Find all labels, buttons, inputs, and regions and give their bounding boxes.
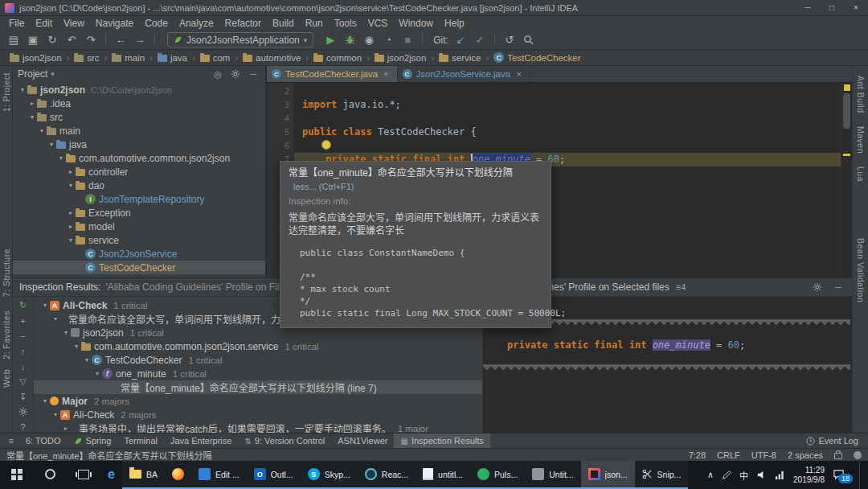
- tool-stripe-1-project[interactable]: 1: Project: [2, 72, 11, 112]
- inspection-row-7[interactable]: ▾Major2 majors: [34, 394, 482, 408]
- menu-item-view[interactable]: View: [58, 18, 90, 29]
- editor-tab-json2jsonservice-java[interactable]: CJson2JsonService.java×: [398, 66, 530, 82]
- scrollbar-thumb[interactable]: [843, 93, 850, 129]
- editor-tab-testcodechecker-java[interactable]: CTestCodeChecker.java×: [267, 66, 398, 82]
- tool-stripe-7-structure[interactable]: 7: Structure: [2, 249, 11, 297]
- tool-stripe-lua[interactable]: Lua: [856, 166, 866, 182]
- sync-icon[interactable]: ↻: [43, 32, 61, 48]
- taskbar-react[interactable]: Reac...: [358, 461, 416, 489]
- tooltip-less-link[interactable]: less... (Ctrl+F1): [293, 182, 354, 191]
- hidden-icons-chevron[interactable]: ∧: [707, 470, 714, 480]
- back-icon[interactable]: ←: [112, 32, 129, 48]
- taskbar-firefox[interactable]: [165, 461, 191, 489]
- next-problem-icon[interactable]: ↓: [16, 361, 31, 372]
- code-line-2[interactable]: [294, 84, 852, 98]
- code-line-3[interactable]: import java.io.*;: [294, 98, 852, 112]
- menu-item-file[interactable]: File: [3, 18, 30, 29]
- stop-icon[interactable]: ■: [399, 32, 416, 48]
- tool-window-button-9-version-control[interactable]: ⇅9: Version Control: [238, 434, 331, 448]
- tool-stripe-ant-build[interactable]: Ant Build: [856, 76, 866, 113]
- status-message[interactable]: 常量【one_minute】命名应全部大写并以下划线分隔: [6, 449, 689, 462]
- code-line-5[interactable]: public class TestCodeChecker {: [294, 125, 852, 139]
- tool-stripe-2-favorites[interactable]: 2: Favorites: [2, 310, 11, 360]
- network-icon[interactable]: [775, 470, 785, 480]
- help-icon[interactable]: ?: [16, 421, 31, 433]
- history-icon[interactable]: ↺: [501, 32, 518, 48]
- expand-all-icon[interactable]: +: [16, 315, 31, 327]
- tree-item-java[interactable]: ▾java: [13, 138, 265, 151]
- tree-item-model[interactable]: ▸model: [13, 220, 265, 233]
- task-view-button[interactable]: [67, 461, 100, 489]
- menu-item-window[interactable]: Window: [393, 18, 439, 29]
- redo-icon[interactable]: ↷: [82, 32, 100, 48]
- project-view-selector[interactable]: Project ▾: [18, 68, 55, 80]
- gear-icon[interactable]: [810, 282, 825, 292]
- taskbar-skype[interactable]: SSkyp...: [301, 461, 358, 489]
- breadcrumb-item-com-4[interactable]: com: [199, 53, 232, 63]
- forward-icon[interactable]: →: [131, 32, 149, 48]
- tool-window-button-inspection-results[interactable]: ▦Inspection Results: [394, 434, 489, 448]
- open-icon[interactable]: ▤: [5, 32, 23, 48]
- close-icon[interactable]: ×: [516, 69, 521, 79]
- debug-icon[interactable]: [341, 32, 358, 48]
- tree-item-json2jsonservice[interactable]: CJson2JsonService: [13, 247, 265, 261]
- tool-stripe-web[interactable]: Web: [2, 369, 11, 388]
- menu-item-help[interactable]: Help: [439, 18, 470, 29]
- git-update-icon[interactable]: ↙: [452, 32, 469, 48]
- group-by-button[interactable]: ≡4: [676, 282, 686, 292]
- warning-stripe-mark[interactable]: [843, 154, 850, 156]
- taskbar-notepad[interactable]: untitl...: [416, 461, 470, 489]
- menu-item-edit[interactable]: Edit: [30, 18, 58, 29]
- tool-window-button-terminal[interactable]: Terminal: [117, 434, 164, 448]
- gear-icon[interactable]: [228, 69, 243, 79]
- tree-item-main[interactable]: ▾main: [13, 124, 265, 138]
- tree-item-exception[interactable]: ▸Exception: [13, 206, 265, 220]
- inspection-row-4[interactable]: ▾CTestCodeChecker1 critical: [34, 353, 482, 367]
- hide-panel-button[interactable]: ─: [246, 69, 260, 79]
- tool-window-button-event-log[interactable]: Event Log: [800, 434, 865, 448]
- run-icon[interactable]: ▶: [321, 32, 339, 48]
- breadcrumb-item-json2json-0[interactable]: json2json: [8, 53, 63, 63]
- speaker-icon[interactable]: [756, 470, 767, 480]
- status-item-crlf[interactable]: CRLF: [717, 450, 740, 460]
- maximize-button[interactable]: □: [820, 0, 844, 15]
- show-desktop-button[interactable]: [859, 461, 865, 489]
- breadcrumb-item-java-3[interactable]: java: [156, 53, 189, 63]
- locate-file-button[interactable]: ◎: [211, 69, 225, 80]
- taskbar-edit[interactable]: Edit ...: [191, 461, 247, 489]
- menu-item-tools[interactable]: Tools: [329, 18, 362, 29]
- inspection-row-6[interactable]: 常量【one_minute】命名应全部大写并以下划线分隔 (line 7): [34, 380, 482, 394]
- tree-item-controller[interactable]: ▸controller: [13, 165, 265, 179]
- tree-item-dao[interactable]: ▾dao: [13, 179, 265, 192]
- intention-bulb-icon[interactable]: [321, 140, 331, 150]
- collapse-all-icon[interactable]: −: [16, 331, 31, 342]
- menu-item-vcs[interactable]: VCS: [362, 18, 394, 29]
- breadcrumb-item-automotive-5[interactable]: automotive: [241, 53, 302, 63]
- hide-preview-button[interactable]: ─: [831, 282, 845, 292]
- tree-item-json2json[interactable]: ▾json2jsonC:\D\Code\json2json: [13, 83, 265, 97]
- previous-problem-icon[interactable]: ↑: [16, 346, 31, 357]
- editor-scrollbar[interactable]: [841, 83, 852, 277]
- search-button[interactable]: [34, 461, 67, 489]
- settings-icon[interactable]: [16, 406, 31, 417]
- save-all-icon[interactable]: ▣: [24, 32, 42, 48]
- profiler-icon[interactable]: ◔: [379, 32, 397, 48]
- breadcrumb-item-src-1[interactable]: src: [72, 53, 100, 63]
- minimize-button[interactable]: ─: [796, 0, 820, 15]
- inspection-row-3[interactable]: ▾com.automotive.common.json2json.service…: [34, 339, 482, 353]
- menu-item-analyze[interactable]: Analyze: [174, 18, 219, 29]
- rerun-inspection-icon[interactable]: ↻: [16, 300, 31, 311]
- code-line-6[interactable]: [294, 139, 852, 153]
- tool-window-button-6-todo[interactable]: 6: TODO: [19, 434, 68, 448]
- code-line-4[interactable]: [294, 112, 852, 125]
- start-button[interactable]: [0, 461, 34, 489]
- status-item-7-28[interactable]: 7:28: [689, 450, 706, 460]
- inspection-row-9[interactable]: ▸事务场景中，抛出异常被catch后，如果需要回滚，一定要手动回滚事务。1 ma…: [34, 421, 482, 433]
- undo-icon[interactable]: ↶: [63, 32, 80, 48]
- taskbar-pulse[interactable]: Puls...: [470, 461, 525, 489]
- search-icon[interactable]: [520, 32, 538, 48]
- taskbar-explorer[interactable]: BA: [122, 461, 165, 489]
- tree-item-idea[interactable]: ▸.idea: [13, 97, 265, 110]
- export-icon[interactable]: ↧: [16, 391, 31, 402]
- status-item-utf-8[interactable]: UTF-8: [751, 450, 776, 460]
